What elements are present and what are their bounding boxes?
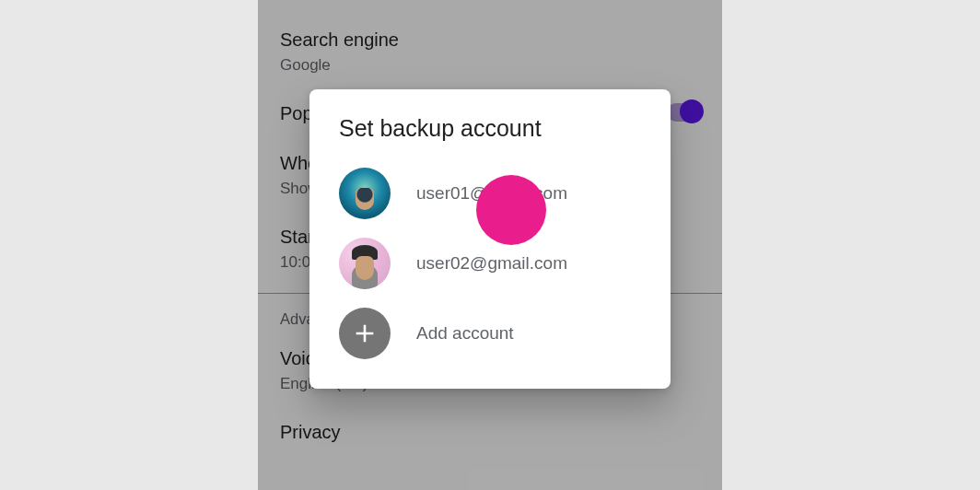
account-option-user01[interactable]: user01@gmail.com	[309, 158, 671, 228]
account-email: user01@gmail.com	[416, 183, 567, 204]
avatar	[339, 168, 391, 219]
avatar	[339, 238, 391, 289]
account-email: user02@gmail.com	[416, 253, 567, 274]
add-account-button[interactable]: Add account	[309, 298, 671, 368]
backup-account-dialog: Set backup account user01@gmail.com user…	[309, 89, 671, 389]
dialog-title: Set backup account	[309, 89, 671, 158]
plus-icon	[339, 308, 391, 359]
account-option-user02[interactable]: user02@gmail.com	[309, 228, 671, 298]
add-account-label: Add account	[416, 323, 514, 344]
